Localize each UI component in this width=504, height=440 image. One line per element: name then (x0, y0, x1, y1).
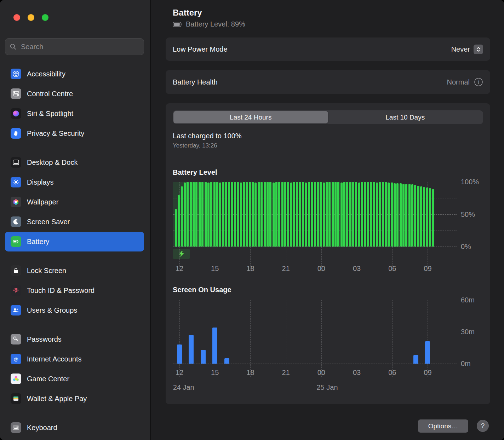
tab-last-10-days[interactable]: Last 10 Days (328, 111, 483, 123)
sidebar-item-passwords[interactable]: Passwords (5, 329, 144, 349)
battery-level-chart: 100%50%0% 1215182100030609 (173, 182, 483, 288)
tab-label: Last 24 Hours (230, 114, 271, 121)
battery-usage-card: Last 24 Hours Last 10 Days Last charged … (166, 103, 490, 404)
sidebar-item-label: Battery (27, 238, 49, 246)
traffic-light-close[interactable] (13, 14, 20, 21)
chart-bar (379, 182, 381, 247)
chart-bar (391, 183, 393, 247)
sidebar-item-wallpaper[interactable]: Wallpaper (5, 192, 144, 212)
page-title: Battery (173, 8, 202, 18)
y-axis-label: 60m (461, 296, 475, 304)
at-sign-icon: @ (11, 354, 21, 364)
sidebar-item-screen-saver[interactable]: Screen Saver (5, 212, 144, 232)
sidebar-item-privacy-security[interactable]: Privacy & Security (5, 123, 144, 143)
screen-on-usage-chart-title: Screen On Usage (173, 286, 231, 294)
sidebar-item-label: Users & Groups (27, 306, 77, 314)
screen-on-usage-plot (173, 300, 457, 364)
chart-bar (201, 350, 206, 364)
battery-status-icon (173, 22, 183, 27)
search-input[interactable] (20, 42, 139, 51)
sidebar-item-internet-accounts[interactable]: @Internet Accounts (5, 349, 144, 369)
chart-bar (260, 182, 263, 247)
chart-bar (258, 182, 260, 247)
sidebar-item-label: Internet Accounts (27, 355, 82, 363)
sidebar-item-displays[interactable]: Displays (5, 172, 144, 192)
chart-bar (290, 183, 292, 247)
chart-bar (222, 182, 224, 247)
chart-bar (275, 182, 277, 247)
chart-bar (216, 182, 218, 247)
vertical-gridline (179, 300, 180, 377)
traffic-light-minimize[interactable] (28, 14, 34, 21)
svg-text:i: i (478, 79, 479, 85)
sidebar-item-siri-spotlight[interactable]: Siri & Spotlight (5, 104, 144, 123)
sidebar-item-label: Displays (27, 178, 54, 186)
battery-level-text: Battery Level: 89% (186, 20, 245, 28)
chart-bar (400, 183, 402, 247)
y-axis-label: 0% (461, 243, 471, 251)
sidebar-item-game-center[interactable]: Game Center (5, 369, 144, 389)
sidebar-item-touch-id[interactable]: Touch ID & Password (5, 280, 144, 300)
chart-bar (320, 182, 322, 247)
chart-bar (249, 182, 251, 247)
users-icon (11, 305, 21, 315)
chart-bar (178, 195, 180, 247)
chart-bar (420, 186, 422, 247)
sidebar-item-control-centre[interactable]: Control Centre (5, 84, 144, 104)
info-icon[interactable]: i (474, 77, 483, 87)
search-field[interactable] (5, 38, 144, 55)
sidebar-item-label: Passwords (27, 335, 62, 343)
chart-bar (252, 182, 254, 247)
sidebar-item-accessibility[interactable]: Accessibility (5, 64, 144, 84)
sidebar-item-label: Privacy & Security (27, 129, 84, 138)
chart-bar (201, 182, 204, 247)
desktop-dock-icon (11, 157, 21, 168)
tab-last-24-hours[interactable]: Last 24 Hours (173, 111, 328, 123)
chart-bar (212, 328, 217, 364)
chart-bar (225, 182, 227, 247)
help-button[interactable]: ? (477, 420, 489, 432)
sidebar-item-users-groups[interactable]: Users & Groups (5, 300, 144, 320)
battery-level-y-axis: 100%50%0% (457, 182, 483, 288)
sidebar-item-label: Lock Screen (27, 267, 66, 275)
y-axis-label: 50% (461, 210, 475, 218)
chart-bar (337, 182, 339, 247)
sidebar-item-lock-screen[interactable]: Lock Screen (5, 261, 144, 280)
sidebar-item-keyboard[interactable]: Keyboard (5, 418, 144, 438)
system-settings-window: AccessibilityControl CentreSiri & Spotli… (0, 0, 504, 440)
svg-text:@: @ (13, 357, 18, 362)
horizontal-gridline (173, 247, 457, 247)
chart-bar (417, 186, 419, 247)
chart-bar (205, 182, 207, 247)
sidebar-item-label: Touch ID & Password (27, 286, 94, 295)
charging-bolt-icon (173, 249, 190, 259)
chart-bar (269, 182, 271, 247)
control-centre-icon (11, 88, 21, 99)
chart-bar (343, 182, 345, 247)
sidebar-item-wallet[interactable]: Wallet & Apple Pay (5, 389, 144, 409)
options-button[interactable]: Options… (418, 419, 468, 433)
traffic-light-zoom[interactable] (42, 14, 48, 21)
battery-level-summary: Battery Level: 89% (173, 20, 245, 28)
low-power-mode-label: Low Power Mode (173, 45, 228, 53)
chart-bar (340, 183, 343, 247)
vertical-gridline (392, 300, 393, 377)
chart-bar (254, 183, 257, 247)
chart-bar (210, 182, 212, 247)
wallpaper-flower-icon (11, 197, 21, 207)
sidebar-nav: AccessibilityControl CentreSiri & Spotli… (5, 64, 144, 440)
chart-bar (426, 187, 428, 247)
chart-bar (228, 182, 230, 247)
low-power-mode-select[interactable]: Never (451, 45, 483, 54)
sidebar-item-battery[interactable]: Battery (5, 232, 144, 251)
date-label: 24 Jan (173, 383, 194, 392)
sidebar-item-desktop-dock[interactable]: Desktop & Dock (5, 152, 144, 172)
chart-bar (423, 187, 425, 247)
chart-bar (231, 182, 233, 247)
chart-bar (314, 182, 316, 247)
chart-bar (267, 182, 269, 247)
chart-bar (190, 182, 192, 247)
chart-bar (358, 183, 360, 247)
chart-bar (317, 182, 319, 247)
chart-bar (352, 182, 354, 247)
